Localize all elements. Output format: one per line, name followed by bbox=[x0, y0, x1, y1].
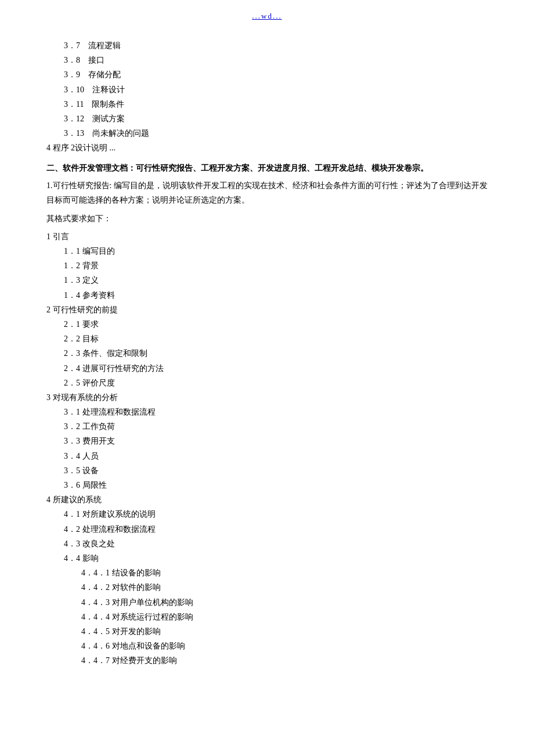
toc-item-3-6: 3．6 局限性 bbox=[46, 478, 488, 492]
toc-item-3-11: 3．11 限制条件 bbox=[46, 97, 488, 111]
toc-item-2-5: 2．5 评价尺度 bbox=[46, 376, 488, 390]
toc-item-2-4: 2．4 进展可行性研究的方法 bbox=[46, 361, 488, 376]
section2-para: 1.可行性研究报告: 编写目的是，说明该软件开发工程的实现在技术、经济和社会条件… bbox=[46, 178, 488, 207]
toc-item-4-4-1: 4．4．1 结设备的影响 bbox=[46, 566, 488, 580]
toc-item-4-4-7: 4．4．7 对经费开支的影响 bbox=[46, 653, 488, 668]
toc-item-1-1: 1．1 编写目的 bbox=[46, 244, 488, 258]
toc-item-1: 1 引言 bbox=[46, 229, 488, 244]
toc-item-3-1: 3．1 处理流程和数据流程 bbox=[46, 405, 488, 419]
toc-item-4-2: 4．2 处理流程和数据流程 bbox=[46, 522, 488, 537]
toc-item-4-3: 4．3 改良之处 bbox=[46, 537, 488, 551]
toc-item-4-4-2: 4．4．2 对软件的影响 bbox=[46, 580, 488, 595]
section2-heading: 二、软件开发管理文档：可行性研究报告、工程开发方案、开发进度月报、工程开发总结、… bbox=[46, 161, 488, 175]
toc-item-1-4: 1．4 参考资料 bbox=[46, 288, 488, 303]
toc-item-4: 4 所建议的系统 bbox=[46, 492, 488, 507]
toc-item-3-10: 3．10 注释设计 bbox=[46, 82, 488, 97]
toc-item-3-3: 3．3 费用开支 bbox=[46, 434, 488, 448]
header-link[interactable]: ...wd... bbox=[252, 12, 282, 20]
toc-item-2: 2 可行性研究的前提 bbox=[46, 303, 488, 317]
toc-item-2-1: 2．1 要求 bbox=[46, 317, 488, 332]
toc-item-3-9: 3．9 存储分配 bbox=[46, 67, 488, 82]
toc-item-3-5: 3．5 设备 bbox=[46, 463, 488, 478]
toc-item-3-7: 3．7 流程逻辑 bbox=[46, 38, 488, 53]
format-label: 其格式要求如下： bbox=[46, 211, 488, 226]
toc-item-4-4-3: 4．4．3 对用户单位机构的影响 bbox=[46, 595, 488, 610]
toc-item-4-4-4: 4．4．4 对系统运行过程的影响 bbox=[46, 610, 488, 624]
toc-item-2-2: 2．2 目标 bbox=[46, 332, 488, 346]
toc-item-4-4-6: 4．4．6 对地点和设备的影响 bbox=[46, 639, 488, 653]
header-link-area: ...wd... bbox=[46, 12, 488, 21]
toc-main-section: 1 引言 1．1 编写目的 1．2 背景 1．3 定义 1．4 参考资料 2 可… bbox=[46, 229, 488, 668]
toc-item-3-8: 3．8 接口 bbox=[46, 53, 488, 67]
toc-item-1-2: 1．2 背景 bbox=[46, 258, 488, 273]
program-line: 4 程序 2设计说明 ... bbox=[46, 141, 488, 155]
toc-item-3-12: 3．12 测试方案 bbox=[46, 111, 488, 126]
toc-item-4-4: 4．4 影响 bbox=[46, 551, 488, 566]
toc-top-section: 3．7 流程逻辑 3．8 接口 3．9 存储分配 3．10 注释设计 3．11 … bbox=[46, 38, 488, 141]
toc-item-3-2: 3．2 工作负荷 bbox=[46, 419, 488, 434]
toc-item-3-13: 3．13 尚未解决的问题 bbox=[46, 126, 488, 141]
toc-item-4-4-5: 4．4．5 对开发的影响 bbox=[46, 624, 488, 639]
toc-item-1-3: 1．3 定义 bbox=[46, 273, 488, 287]
toc-item-4-1: 4．1 对所建议系统的说明 bbox=[46, 507, 488, 521]
toc-item-3: 3 对现有系统的分析 bbox=[46, 390, 488, 405]
toc-item-2-3: 2．3 条件、假定和限制 bbox=[46, 346, 488, 361]
toc-item-3-4: 3．4 人员 bbox=[46, 449, 488, 463]
